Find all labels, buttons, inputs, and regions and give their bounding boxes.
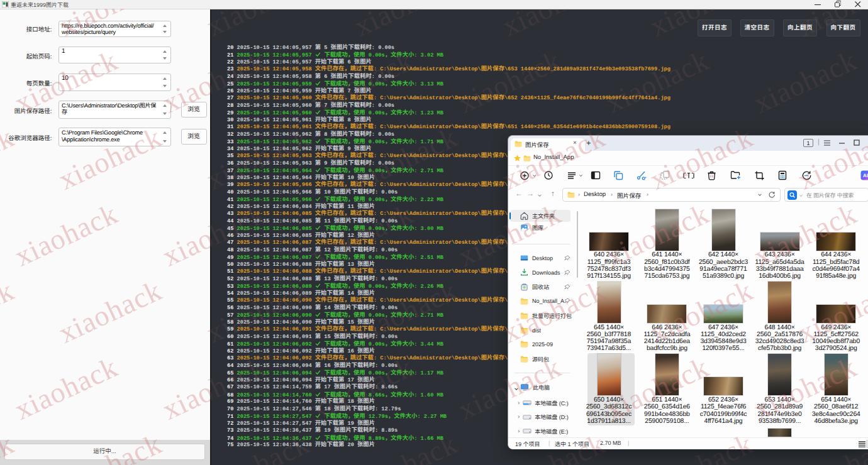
svg-text:AI: AI <box>863 173 868 178</box>
